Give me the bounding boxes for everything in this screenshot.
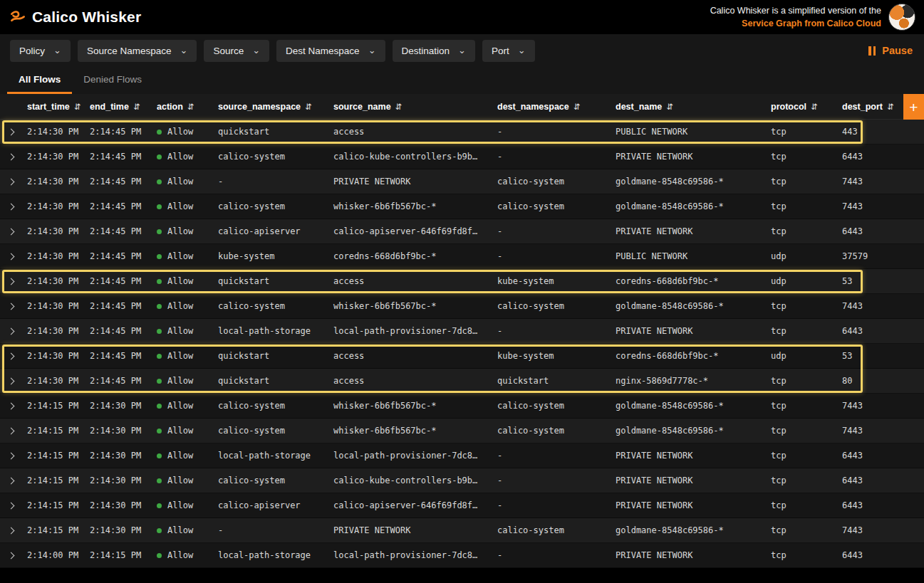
action-label: Allow	[167, 451, 193, 461]
row-expander-icon[interactable]	[0, 518, 21, 542]
chevron-down-icon: ⌄	[368, 46, 376, 55]
cell-start_time: 2:14:30 PM	[21, 201, 84, 211]
cell-action: Allow	[151, 226, 212, 236]
table-row[interactable]: 2:14:15 PM2:14:30 PMAllowcalico-systemwh…	[0, 419, 924, 443]
tab-denied-flows[interactable]: Denied Flows	[72, 67, 153, 94]
table-row[interactable]: 2:14:30 PM2:14:45 PMAllowquickstartacces…	[0, 344, 924, 369]
row-expander-icon[interactable]	[0, 269, 21, 293]
row-expander-icon[interactable]	[0, 419, 21, 443]
table-row[interactable]: 2:14:30 PM2:14:45 PMAllowquickstartacces…	[0, 369, 924, 394]
table-row[interactable]: 2:14:30 PM2:14:45 PMAllowlocal-path-stor…	[0, 319, 924, 344]
cell-start_time: 2:14:30 PM	[21, 276, 84, 286]
row-group: 2:14:00 PM2:14:15 PMAllowlocal-path-stor…	[0, 543, 924, 568]
table-row[interactable]: 2:14:30 PM2:14:45 PMAllowquickstartacces…	[0, 269, 924, 294]
row-expander-icon[interactable]	[0, 120, 21, 144]
cell-protocol: tcp	[765, 525, 836, 535]
horizontal-scrollbar[interactable]	[0, 568, 924, 583]
table-row[interactable]: 2:14:15 PM2:14:30 PMAllow-PRIVATE NETWOR…	[0, 518, 924, 543]
cell-start_time: 2:14:15 PM	[21, 451, 84, 461]
column-header-dest_namespace[interactable]: dest_namespace⇵	[492, 102, 610, 112]
cell-end_time: 2:14:45 PM	[84, 276, 151, 286]
row-group: 2:14:30 PM2:14:45 PMAllowcalico-systemwh…	[0, 294, 924, 319]
row-expander-icon[interactable]	[0, 394, 21, 418]
table-row[interactable]: 2:14:30 PM2:14:45 PMAllowquickstartacces…	[0, 120, 924, 145]
column-label: protocol	[771, 102, 806, 112]
cell-protocol: udp	[765, 251, 836, 261]
table-row[interactable]: 2:14:30 PM2:14:45 PMAllowcalico-apiserve…	[0, 219, 924, 244]
row-group: 2:14:30 PM2:14:45 PMAllowcalico-systemca…	[0, 145, 924, 169]
row-expander-icon[interactable]	[0, 319, 21, 343]
table-row[interactable]: 2:14:15 PM2:14:30 PMAllowcalico-apiserve…	[0, 493, 924, 518]
column-header-end_time[interactable]: end_time⇵	[84, 102, 151, 112]
cell-end_time: 2:14:15 PM	[84, 550, 151, 560]
allow-status-dot	[157, 478, 162, 483]
cell-end_time: 2:14:45 PM	[84, 201, 151, 211]
table-row[interactable]: 2:14:15 PM2:14:30 PMAllowcalico-systemca…	[0, 468, 924, 493]
column-header-source_namespace[interactable]: source_namespace⇵	[212, 102, 328, 112]
row-expander-icon[interactable]	[0, 468, 21, 493]
action-label: Allow	[167, 276, 193, 286]
service-graph-link[interactable]: Service Graph from Calico Cloud	[710, 17, 881, 30]
cell-protocol: tcp	[765, 177, 836, 187]
column-header-action[interactable]: action⇵	[151, 102, 212, 112]
cell-source_namespace: calico-system	[212, 301, 328, 311]
cell-source_name: local-path-provisioner-7dc8…	[328, 550, 492, 560]
table-row[interactable]: 2:14:30 PM2:14:45 PMAllow-PRIVATE NETWOR…	[0, 169, 924, 194]
row-expander-icon[interactable]	[0, 369, 21, 393]
table-row[interactable]: 2:14:15 PM2:14:30 PMAllowcalico-systemwh…	[0, 394, 924, 419]
row-expander-icon[interactable]	[0, 294, 21, 318]
column-header-protocol[interactable]: protocol⇵	[765, 102, 836, 112]
column-header-dest_name[interactable]: dest_name⇵	[610, 102, 765, 112]
cell-start_time: 2:14:15 PM	[21, 500, 84, 510]
cell-dest_port: 53	[836, 351, 924, 361]
add-column-button[interactable]: +	[903, 94, 924, 120]
cell-action: Allow	[151, 301, 212, 311]
filter-destination-dropdown[interactable]: Destination⌄	[393, 40, 475, 62]
cell-source_namespace: -	[212, 525, 328, 535]
column-header-source_name[interactable]: source_name⇵	[328, 102, 492, 112]
pause-icon	[868, 46, 876, 56]
filter-policy-dropdown[interactable]: Policy⌄	[10, 40, 71, 62]
sort-icon: ⇵	[395, 102, 403, 112]
filter-source-dropdown[interactable]: Source⌄	[204, 40, 269, 62]
table-row[interactable]: 2:14:15 PM2:14:30 PMAllowlocal-path-stor…	[0, 443, 924, 468]
table-row[interactable]: 2:14:30 PM2:14:45 PMAllowcalico-systemwh…	[0, 294, 924, 319]
cell-source_name: access	[328, 276, 492, 286]
cell-start_time: 2:14:15 PM	[21, 426, 84, 436]
filter-port-dropdown[interactable]: Port⌄	[482, 40, 535, 62]
cell-start_time: 2:14:30 PM	[21, 251, 84, 261]
table-row[interactable]: 2:14:30 PM2:14:45 PMAllowkube-systemcore…	[0, 244, 924, 269]
row-expander-icon[interactable]	[0, 344, 21, 368]
cell-dest_name: PRIVATE NETWORK	[610, 152, 765, 162]
tab-all-flows[interactable]: All Flows	[7, 67, 72, 94]
row-expander-icon[interactable]	[0, 244, 21, 268]
column-header-start_time[interactable]: start_time⇵	[21, 102, 84, 112]
table-row[interactable]: 2:14:30 PM2:14:45 PMAllowcalico-systemwh…	[0, 194, 924, 219]
table-row[interactable]: 2:14:30 PM2:14:45 PMAllowcalico-systemca…	[0, 145, 924, 169]
cell-source_namespace: calico-system	[212, 476, 328, 485]
filter-source-namespace-dropdown[interactable]: Source Namespace⌄	[78, 40, 197, 62]
cell-end_time: 2:14:45 PM	[84, 351, 151, 361]
cell-end_time: 2:14:45 PM	[84, 127, 151, 137]
table-row[interactable]: 2:14:00 PM2:14:15 PMAllowlocal-path-stor…	[0, 543, 924, 568]
cell-dest_namespace: calico-system	[492, 401, 610, 411]
filter-dest-namespace-dropdown[interactable]: Dest Namespace⌄	[276, 40, 385, 62]
app-title: Calico Whisker	[32, 9, 141, 26]
cell-source_namespace: local-path-storage	[212, 326, 328, 336]
highlighted-row-group: 2:14:30 PM2:14:45 PMAllowquickstartacces…	[0, 120, 924, 145]
cell-protocol: tcp	[765, 326, 836, 336]
row-expander-icon[interactable]	[0, 493, 21, 518]
row-expander-icon[interactable]	[0, 219, 21, 243]
filter-label: Source Namespace	[87, 46, 172, 56]
cell-action: Allow	[151, 500, 212, 510]
cell-start_time: 2:14:00 PM	[21, 550, 84, 560]
cell-protocol: tcp	[765, 226, 836, 236]
row-group: 2:14:15 PM2:14:30 PMAllowcalico-systemca…	[0, 468, 924, 493]
action-label: Allow	[167, 152, 193, 162]
row-expander-icon[interactable]	[0, 543, 21, 567]
row-expander-icon[interactable]	[0, 194, 21, 219]
pause-button[interactable]: Pause	[868, 34, 913, 67]
row-expander-icon[interactable]	[0, 443, 21, 468]
row-expander-icon[interactable]	[0, 169, 21, 194]
row-expander-icon[interactable]	[0, 145, 21, 169]
